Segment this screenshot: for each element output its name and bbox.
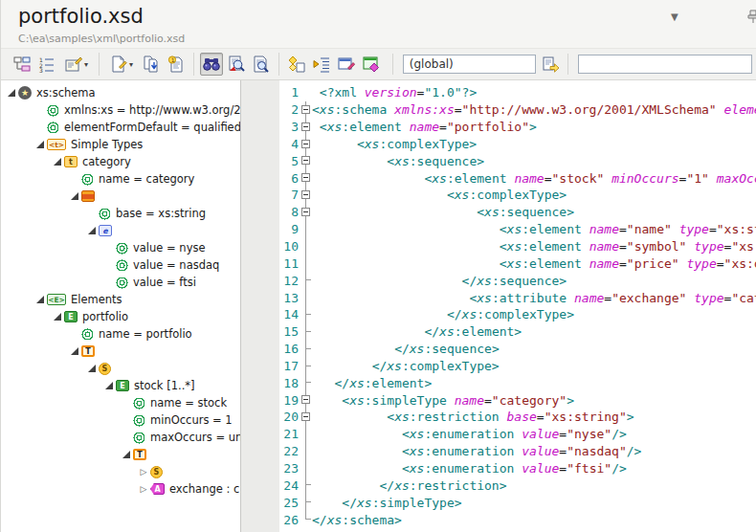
complex-type-icon: T <box>81 345 95 357</box>
code-line: 10<xs:element name="symbol" type="xs:str… <box>279 238 756 255</box>
expanded-arrow-icon[interactable] <box>51 313 64 321</box>
collapsed-arrow-icon[interactable]: ▷ <box>137 468 150 476</box>
tree-row[interactable]: S <box>1 360 240 377</box>
edit-document-button[interactable]: ▾ <box>105 53 138 76</box>
expanded-arrow-icon[interactable] <box>51 158 64 166</box>
enumeration-icon: e <box>99 225 112 236</box>
numbered-view-button[interactable]: 123 <box>35 53 58 76</box>
attr-icon <box>116 277 128 289</box>
find-button[interactable] <box>200 53 223 76</box>
tree-row[interactable]: <E>Elements <box>1 291 240 308</box>
document-info-button[interactable]: 1 <box>165 53 188 76</box>
tree-row[interactable]: name = stock <box>1 394 240 411</box>
tree-row[interactable]: minOccurs = 1 <box>1 411 240 429</box>
document-header: portfolio.xsd C:\ea\samples\xml\portfoli… <box>1 0 756 48</box>
search-document-button[interactable] <box>250 53 273 76</box>
tree-label: xmlns:xs = http://www.w3.org/2001/X <box>64 103 241 117</box>
scope-dropdown[interactable]: (global) <box>403 55 537 74</box>
dropdown-caret-icon[interactable]: ▾ <box>84 60 88 69</box>
tree-row[interactable] <box>1 188 240 205</box>
code-text: <xs:element name="price" type="xs:decima… <box>312 256 756 271</box>
page-title: portfolio.xsd <box>18 5 144 28</box>
expanded-arrow-icon[interactable] <box>5 89 18 97</box>
fold-toggle-icon[interactable] <box>301 105 310 114</box>
schema-view-button[interactable] <box>11 53 33 76</box>
goto-button[interactable] <box>310 53 333 76</box>
tree-row[interactable]: xmlns:xs = http://www.w3.org/2001/X <box>1 101 240 119</box>
code-text: </xs:complexType> <box>312 359 500 373</box>
line-number: 4 <box>279 137 300 151</box>
find-error-button[interactable] <box>225 53 248 76</box>
line-number: 25 <box>279 496 300 510</box>
fold-toggle-icon[interactable] <box>301 395 310 404</box>
expanded-arrow-icon[interactable] <box>102 382 116 389</box>
code-line: 16</xs:sequence> <box>279 341 756 358</box>
code-text: <xs:complexType> <box>312 137 477 151</box>
expanded-arrow-icon[interactable] <box>33 296 47 303</box>
fold-toggle-icon[interactable] <box>301 156 310 165</box>
tree-row[interactable]: ▷S <box>1 463 240 480</box>
expanded-arrow-icon[interactable] <box>85 227 99 234</box>
code-line: 7<xs:complexType> <box>279 187 756 204</box>
fold-toggle-icon[interactable] <box>301 190 310 199</box>
code-line: 21<xs:enumeration value="nyse"/> <box>279 426 756 443</box>
tree-row[interactable]: T <box>1 343 240 360</box>
tree-row[interactable]: <t>Simple Types <box>1 136 240 153</box>
code-editor[interactable]: 1<?xml version="1.0"?>2<xs:schema xmlns:… <box>279 80 756 532</box>
attr-icon <box>116 242 128 255</box>
generate-sample-button[interactable] <box>360 53 383 76</box>
fold-toggle-icon[interactable] <box>301 173 310 182</box>
expanded-arrow-icon[interactable] <box>33 141 47 148</box>
fold-toggle-icon[interactable] <box>301 122 310 131</box>
expanded-arrow-icon[interactable] <box>68 192 81 200</box>
search-input[interactable] <box>578 55 752 74</box>
numbered-list-icon: 123 <box>38 55 56 73</box>
properties-button[interactable]: ▾ <box>60 53 93 76</box>
find-error-icon <box>228 55 245 73</box>
tree-row[interactable]: elementFormDefault = qualified <box>1 119 240 136</box>
fold-margin <box>300 152 312 169</box>
save-copy-button[interactable] <box>140 53 163 76</box>
go-button[interactable] <box>540 53 563 76</box>
code-line: 18</xs:element> <box>279 374 756 391</box>
tree-row[interactable]: name = category <box>1 170 240 188</box>
tree-row[interactable]: maxOccurs = unl <box>1 429 240 446</box>
schema-tree-panel[interactable]: ★xs:schemaxmlns:xs = http://www.w3.org/2… <box>1 80 241 532</box>
fold-toggle-icon[interactable] <box>301 412 310 421</box>
fold-margin <box>300 255 312 272</box>
fold-toggle-icon[interactable] <box>301 208 310 216</box>
line-number: 9 <box>279 222 300 236</box>
collapsed-arrow-icon[interactable]: ▷ <box>137 485 150 493</box>
tree-row[interactable]: Eportfolio <box>1 308 240 325</box>
tree-row[interactable]: name = portfolio <box>1 325 240 343</box>
tree-row[interactable]: tcategory <box>1 153 240 170</box>
dropdown-caret-icon[interactable]: ▾ <box>129 60 133 69</box>
tree-label: value = nasdaq <box>133 258 219 272</box>
code-text: </xs:schema> <box>312 513 402 527</box>
tree-row[interactable]: ▷Aexchange : c <box>1 480 240 498</box>
pin-icon[interactable] <box>746 9 756 24</box>
panel-splitter[interactable] <box>241 80 279 532</box>
fold-margin <box>300 409 312 426</box>
tree-row[interactable]: Estock [1..*] <box>1 377 240 394</box>
sequence-icon: S <box>150 466 163 478</box>
tree-row[interactable]: e <box>1 222 240 239</box>
tree-row[interactable]: value = nasdaq <box>1 256 240 274</box>
document-dropdown-icon[interactable]: ▼ <box>671 11 678 22</box>
fold-toggle-icon[interactable] <box>301 140 310 148</box>
transform-button[interactable] <box>285 53 308 76</box>
expanded-arrow-icon[interactable] <box>85 365 99 372</box>
window-edit-button[interactable] <box>335 53 358 76</box>
expanded-arrow-icon[interactable] <box>68 347 81 355</box>
code-line: 4<xs:complexType> <box>279 136 756 153</box>
attr-icon <box>133 414 145 427</box>
tree-row[interactable]: value = nyse <box>1 239 240 256</box>
tree-row[interactable]: value = ftsi <box>1 274 240 291</box>
tree-row[interactable]: ★xs:schema <box>1 84 240 101</box>
tree-row[interactable]: T <box>1 446 240 463</box>
toolbar-group: 123▾ <box>5 53 99 76</box>
expanded-arrow-icon[interactable] <box>120 451 133 458</box>
tree-label: minOccurs = 1 <box>150 413 233 427</box>
tree-row[interactable]: base = xs:string <box>1 205 240 222</box>
code-text: </xs:element> <box>312 324 522 339</box>
